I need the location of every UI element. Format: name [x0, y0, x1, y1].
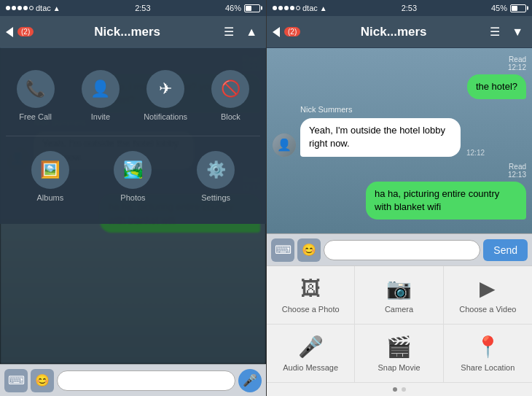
signal-dots: [6, 6, 34, 10]
ravatar-2: 👤: [273, 133, 296, 157]
header-title-right: Nick...mers: [361, 25, 427, 39]
media-item-choose-video[interactable]: ▶ Choose a Video: [444, 266, 532, 325]
status-bar-right: dtac ▲ 2:53 45%: [267, 0, 532, 16]
back-button-right[interactable]: (2): [273, 27, 300, 37]
back-arrow-left: [6, 27, 13, 37]
free-call-label: Free Call: [19, 112, 52, 121]
snap-movie-icon: 🎬: [386, 335, 412, 359]
left-panel: dtac ▲ 2:53 46% (2) Nick...mers ☰ ▲ 📞 Fr…: [0, 0, 266, 396]
menu-item-free-call[interactable]: 📞 Free Call: [3, 61, 68, 130]
menu-item-photos[interactable]: 🏞️ Photos: [92, 142, 175, 211]
media-item-snap-movie[interactable]: 🎬 Snap Movie: [355, 325, 443, 383]
rdot4: [290, 6, 294, 10]
carrier-name: dtac: [36, 4, 51, 12]
menu-grid-row2: 🖼️ Albums 🏞️ Photos ⚙️ Settings: [6, 136, 260, 217]
dot-indicator-1: [393, 387, 397, 392]
dot2: [12, 6, 16, 10]
chevron-icon-left[interactable]: ▲: [243, 24, 260, 40]
chat-header-right: (2) Nick...mers ☰ ▼: [267, 16, 532, 48]
mic-btn-left[interactable]: 🎤: [238, 369, 262, 392]
rread-time-3: Read12:13: [508, 163, 526, 179]
header-icons-right: ☰ ▼: [487, 23, 526, 40]
camera-icon: 📷: [386, 276, 412, 300]
keyboard-btn-right[interactable]: ⌨: [271, 238, 294, 262]
albums-label: Albums: [36, 193, 63, 202]
choose-photo-label: Choose a Photo: [282, 305, 340, 314]
send-button[interactable]: Send: [483, 239, 528, 261]
menu-item-notifications[interactable]: ✈ Notifications: [133, 61, 198, 130]
media-item-audio-message[interactable]: 🎤 Audio Message: [267, 325, 355, 383]
rmsg-row-1: Read12:12 the hotel?: [273, 55, 526, 99]
menu-item-block[interactable]: 🚫 Block: [198, 61, 263, 130]
header-title-left: Nick...mers: [94, 25, 160, 39]
rbubble-row-2: Yeah, I'm outside the hotel lobby right …: [300, 118, 485, 156]
menu-item-settings[interactable]: ⚙️ Settings: [174, 142, 257, 211]
battery-pct: 46%: [225, 4, 241, 12]
message-input-left[interactable]: [57, 370, 235, 391]
ravatar-face-2: 👤: [273, 133, 296, 157]
albums-icon: 🖼️: [31, 151, 69, 189]
menu-overlay: 📞 Free Call 👤 Invite ✈ Notifications 🚫 B…: [0, 48, 266, 224]
camera-label: Camera: [385, 305, 413, 314]
rdot5: [296, 6, 300, 10]
share-location-icon: 📍: [475, 335, 501, 359]
media-grid: 🖼 Choose a Photo 📷 Camera ▶ Choose a Vid…: [267, 265, 532, 383]
rbubble-row-3: ha ha, picturing entire country with bla…: [366, 182, 526, 220]
status-right: 46%: [225, 4, 260, 12]
free-call-icon: 📞: [17, 70, 55, 108]
dot1: [6, 6, 10, 10]
notifications-label: Notifications: [144, 112, 187, 121]
status-time-r: 2:53: [402, 4, 417, 12]
emoji-btn-left[interactable]: 😊: [31, 369, 54, 392]
menu-item-invite[interactable]: 👤 Invite: [68, 61, 133, 130]
battery-icon-r: [510, 4, 526, 12]
back-badge-left: (2): [17, 27, 34, 36]
battery-fill-r: [512, 6, 517, 11]
wifi-icon-r: ▲: [320, 4, 327, 12]
media-item-share-location[interactable]: 📍 Share Location: [444, 325, 532, 383]
media-item-choose-photo[interactable]: 🖼 Choose a Photo: [267, 266, 355, 325]
rmsg-time-2: 12:12: [466, 149, 485, 157]
snap-movie-label: Snap Movie: [378, 363, 420, 372]
input-bar-left: ⌨ 😊 🎤: [0, 364, 266, 396]
message-input-right[interactable]: [324, 240, 480, 260]
rdot1: [273, 6, 277, 10]
share-location-label: Share Location: [461, 363, 515, 372]
dot3: [17, 6, 22, 10]
header-icons-left: ☰ ▲: [221, 23, 260, 40]
emoji-btn-right[interactable]: 😊: [297, 238, 321, 262]
block-label: Block: [221, 112, 240, 121]
back-arrow-right: [273, 27, 280, 37]
right-panel: dtac ▲ 2:53 45% (2) Nick...mers ☰ ▼ Read…: [266, 0, 532, 396]
choose-photo-icon: 🖼: [300, 276, 321, 300]
audio-message-icon: 🎤: [298, 335, 324, 359]
battery-icon: [244, 4, 260, 12]
chat-area-right: Read12:12 the hotel? Nick Summers 👤 Yeah…: [267, 48, 532, 233]
status-left: dtac ▲: [6, 4, 60, 12]
wifi-icon: ▲: [53, 4, 60, 12]
settings-icon: ⚙️: [197, 151, 235, 189]
chevron-icon-right[interactable]: ▼: [509, 24, 526, 40]
dots-indicator: [267, 383, 532, 396]
rdot3: [284, 6, 289, 10]
dot4: [23, 6, 28, 10]
choose-video-icon: ▶: [480, 276, 496, 300]
rmsg-row-3: Read12:13 ha ha, picturing entire countr…: [273, 163, 526, 220]
rread-time-1: Read12:12: [508, 55, 526, 71]
keyboard-btn-left[interactable]: ⌨: [4, 369, 28, 392]
rbubble-row-1: the hotel?: [467, 74, 526, 99]
rmsg-row-2: Nick Summers 👤 Yeah, I'm outside the hot…: [273, 105, 526, 156]
back-button-left[interactable]: (2): [6, 27, 34, 37]
carrier-name-r: dtac: [302, 4, 318, 12]
menu-item-albums[interactable]: 🖼️ Albums: [9, 142, 92, 211]
dot5: [29, 6, 34, 10]
battery-pct-r: 45%: [491, 4, 507, 12]
menu-icon-right[interactable]: ☰: [487, 23, 503, 40]
menu-icon-left[interactable]: ☰: [221, 23, 237, 40]
chat-header-left: (2) Nick...mers ☰ ▲: [0, 16, 266, 48]
media-item-camera[interactable]: 📷 Camera: [355, 266, 443, 325]
invite-label: Invite: [91, 112, 110, 121]
dot-indicator-2: [402, 387, 406, 392]
photos-label: Photos: [120, 193, 145, 202]
invite-icon: 👤: [82, 70, 120, 108]
